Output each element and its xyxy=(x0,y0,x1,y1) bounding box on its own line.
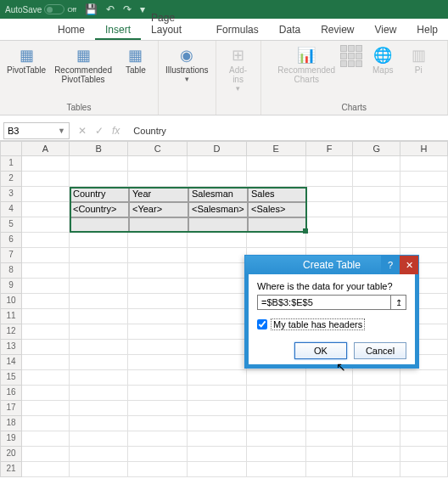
table-cell[interactable]: <Year> xyxy=(129,202,188,217)
cell[interactable] xyxy=(188,431,247,447)
cell[interactable] xyxy=(128,462,188,477)
enter-formula-icon[interactable]: ✓ xyxy=(95,125,104,137)
tab-insert[interactable]: Insert xyxy=(95,20,141,40)
select-all-corner[interactable] xyxy=(0,141,22,156)
cell[interactable] xyxy=(247,431,306,447)
row-header[interactable]: 13 xyxy=(0,340,22,355)
cell[interactable] xyxy=(70,279,129,294)
cell[interactable] xyxy=(22,355,70,370)
cell[interactable] xyxy=(247,447,306,462)
cell[interactable] xyxy=(22,324,70,340)
cell[interactable] xyxy=(247,156,306,172)
cell[interactable] xyxy=(128,233,188,248)
cell[interactable] xyxy=(22,279,70,294)
cell[interactable] xyxy=(247,233,306,248)
cell[interactable] xyxy=(353,156,400,172)
cell[interactable] xyxy=(128,447,188,462)
cell[interactable] xyxy=(128,172,188,187)
cell[interactable] xyxy=(22,340,70,355)
cell[interactable] xyxy=(306,156,354,172)
undo-icon[interactable]: ↶ xyxy=(106,3,115,15)
cell[interactable] xyxy=(306,217,354,233)
headers-checkbox[interactable] xyxy=(257,319,267,329)
chevron-down-icon[interactable]: ▼ xyxy=(58,127,65,135)
cell[interactable] xyxy=(128,401,188,416)
row-header[interactable]: 2 xyxy=(0,172,22,187)
cell[interactable] xyxy=(22,233,70,248)
row-header[interactable]: 19 xyxy=(0,431,22,447)
table-header[interactable]: Year xyxy=(129,187,188,202)
cell[interactable] xyxy=(70,324,129,340)
row-header[interactable]: 20 xyxy=(0,447,22,462)
cell[interactable] xyxy=(400,202,448,217)
col-header[interactable]: H xyxy=(400,141,448,156)
table-cell[interactable] xyxy=(188,217,248,233)
cell[interactable] xyxy=(353,447,400,462)
cell[interactable] xyxy=(306,233,354,248)
cell[interactable] xyxy=(22,462,70,477)
pivottable-button[interactable]: ▦ PivotTable xyxy=(3,43,49,86)
tab-page-layout[interactable]: Page Layout xyxy=(141,8,206,40)
fx-icon[interactable]: fx xyxy=(112,125,120,137)
table-cell[interactable]: <Salesman> xyxy=(188,202,248,217)
cell[interactable] xyxy=(306,202,354,217)
cell[interactable] xyxy=(400,233,448,248)
cell[interactable] xyxy=(188,172,247,187)
cell[interactable] xyxy=(306,187,354,202)
cell[interactable] xyxy=(188,233,247,248)
cell[interactable] xyxy=(400,462,448,477)
cell[interactable] xyxy=(128,248,188,263)
cell[interactable] xyxy=(70,263,129,279)
ok-button[interactable]: OK xyxy=(294,342,347,359)
cell[interactable] xyxy=(247,172,306,187)
row-header[interactable]: 7 xyxy=(0,248,22,263)
cell[interactable] xyxy=(188,355,247,370)
cell[interactable] xyxy=(22,187,70,202)
cell[interactable] xyxy=(188,462,247,477)
cell[interactable] xyxy=(400,172,448,187)
table-cell[interactable] xyxy=(70,217,129,233)
cell[interactable] xyxy=(400,431,448,447)
cell[interactable] xyxy=(70,309,129,324)
cell[interactable] xyxy=(306,416,354,431)
row-header[interactable]: 14 xyxy=(0,355,22,370)
cell[interactable] xyxy=(70,156,129,172)
cell[interactable] xyxy=(353,202,400,217)
cell[interactable] xyxy=(400,401,448,416)
row-header[interactable]: 3 xyxy=(0,187,22,202)
cell[interactable] xyxy=(70,462,129,477)
cell[interactable] xyxy=(70,248,129,263)
cell[interactable] xyxy=(70,294,129,309)
cell[interactable] xyxy=(188,447,247,462)
cell[interactable] xyxy=(306,447,354,462)
cell[interactable] xyxy=(353,233,400,248)
cell[interactable] xyxy=(353,386,400,401)
cell[interactable] xyxy=(353,401,400,416)
table-header[interactable]: Sales xyxy=(248,187,307,202)
cell[interactable] xyxy=(188,279,247,294)
row-header[interactable]: 5 xyxy=(0,217,22,233)
cell[interactable] xyxy=(306,401,354,416)
cell[interactable] xyxy=(353,431,400,447)
maps-button[interactable]: 🌐 Maps xyxy=(364,43,401,86)
cell[interactable] xyxy=(188,156,247,172)
cell[interactable] xyxy=(70,401,129,416)
cell[interactable] xyxy=(128,309,188,324)
formula-input[interactable]: Country xyxy=(128,126,448,136)
cell[interactable] xyxy=(400,217,448,233)
cell[interactable] xyxy=(188,294,247,309)
range-selector-button[interactable]: ↥ xyxy=(391,295,406,310)
cell[interactable] xyxy=(22,172,70,187)
cell[interactable] xyxy=(128,355,188,370)
cell[interactable] xyxy=(70,416,129,431)
cell[interactable] xyxy=(306,431,354,447)
cell[interactable] xyxy=(400,156,448,172)
cell[interactable] xyxy=(128,386,188,401)
cell[interactable] xyxy=(70,447,129,462)
table-header[interactable]: Salesman xyxy=(188,187,248,202)
cell[interactable] xyxy=(70,370,129,386)
cell[interactable] xyxy=(22,370,70,386)
cell[interactable] xyxy=(188,416,247,431)
cell[interactable] xyxy=(22,386,70,401)
name-box[interactable]: B3 ▼ xyxy=(3,122,70,139)
